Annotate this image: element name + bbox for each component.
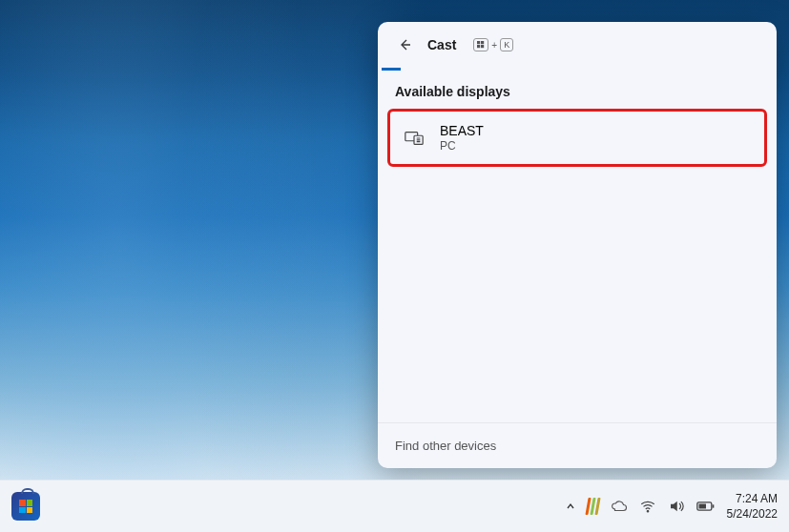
taskbar: 7:24 AM 5/24/2022: [0, 480, 789, 532]
tray-expand-icon[interactable]: [566, 501, 575, 511]
device-item[interactable]: BEAST PC: [387, 109, 767, 167]
find-other-devices-link[interactable]: Find other devices: [378, 422, 777, 468]
plus-icon: +: [491, 40, 497, 51]
taskbar-clock[interactable]: 7:24 AM 5/24/2022: [727, 491, 778, 522]
windows-key-icon: [473, 38, 488, 51]
microsoft-store-icon[interactable]: [11, 492, 40, 521]
device-type: PC: [440, 139, 484, 153]
cast-panel: Cast + K Available displays: [378, 22, 777, 468]
pc-icon: [404, 128, 425, 149]
taskbar-left: [11, 492, 40, 521]
panel-title: Cast: [427, 37, 456, 52]
clock-time: 7:24 AM: [727, 491, 778, 506]
panel-spacer: [378, 169, 777, 422]
shortcut-key: K: [500, 38, 513, 51]
svg-rect-2: [477, 45, 480, 48]
svg-rect-0: [477, 41, 480, 44]
system-tray: 7:24 AM 5/24/2022: [566, 491, 778, 522]
volume-icon[interactable]: [668, 498, 685, 515]
panel-header: Cast + K: [378, 22, 777, 68]
device-info: BEAST PC: [440, 123, 484, 153]
svg-rect-12: [698, 504, 706, 509]
battery-icon[interactable]: [696, 500, 716, 513]
weather-icon[interactable]: [611, 498, 628, 515]
app-tray-icon[interactable]: [587, 498, 599, 515]
section-title: Available displays: [378, 71, 777, 107]
device-list: BEAST PC: [378, 107, 777, 169]
svg-rect-3: [481, 45, 484, 48]
back-arrow-icon: [397, 37, 412, 52]
svg-rect-11: [712, 504, 714, 507]
desktop-background: Cast + K Available displays: [0, 0, 789, 480]
svg-rect-1: [481, 41, 484, 44]
svg-point-9: [647, 511, 649, 513]
back-button[interactable]: [395, 35, 414, 54]
wifi-icon[interactable]: [639, 498, 656, 515]
clock-date: 5/24/2022: [727, 506, 778, 522]
keyboard-shortcut-hint: + K: [473, 38, 513, 51]
device-name: BEAST: [440, 123, 484, 138]
